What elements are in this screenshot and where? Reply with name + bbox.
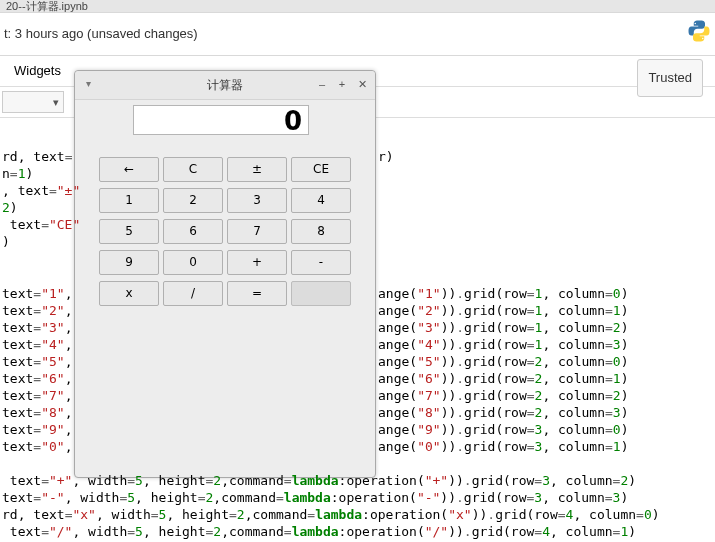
calc-button--[interactable]: -	[291, 250, 351, 275]
autosave-status-row: t: 3 hours ago (unsaved changes)	[0, 13, 715, 56]
code-line: text="1",	[2, 285, 72, 302]
code-line: ange("7")).grid(row=2, column=2)	[378, 387, 629, 404]
calculator-window: ▾ 计算器 – + ✕ 0 ←C±CE1234567890+-x/=	[74, 70, 376, 478]
calc-button-1[interactable]: 1	[99, 188, 159, 213]
code-line: text="3",	[2, 319, 72, 336]
calc-row: 5678	[99, 219, 351, 244]
code-line: ange("1")).grid(row=1, column=0)	[378, 285, 629, 302]
calculator-title: 计算器	[207, 78, 243, 92]
code-line: r)	[378, 148, 394, 165]
code-line: )	[2, 233, 10, 250]
code-line: ange("4")).grid(row=1, column=3)	[378, 336, 629, 353]
code-line: text="2",	[2, 302, 72, 319]
code-line: text="-", width=5, height=2,command=lamb…	[2, 489, 628, 506]
python-logo-icon	[687, 19, 711, 43]
calculator-titlebar[interactable]: ▾ 计算器 – + ✕	[75, 71, 375, 100]
code-line: ange("2")).grid(row=1, column=1)	[378, 302, 629, 319]
calc-row: ←C±CE	[99, 157, 351, 182]
calc-button-empty	[291, 281, 351, 306]
calculator-keypad: ←C±CE1234567890+-x/=	[99, 157, 351, 312]
calc-button-8[interactable]: 8	[291, 219, 351, 244]
minimize-icon[interactable]: –	[315, 77, 329, 91]
browser-tab: 20--计算器.ipynb	[0, 0, 715, 12]
calc-button-CE[interactable]: CE	[291, 157, 351, 182]
display-value: 0	[284, 106, 302, 136]
calc-button-=[interactable]: =	[227, 281, 287, 306]
code-line: text="5",	[2, 353, 72, 370]
code-line: text="9",	[2, 421, 72, 438]
close-icon[interactable]: ✕	[355, 77, 369, 91]
tab-label: 20--计算器.ipynb	[6, 0, 88, 12]
code-line: 2)	[2, 199, 18, 216]
code-line: ange("6")).grid(row=2, column=1)	[378, 370, 629, 387]
code-line: text="4",	[2, 336, 72, 353]
calc-row: x/=	[99, 281, 351, 306]
calc-button-x[interactable]: x	[99, 281, 159, 306]
calc-button-0[interactable]: 0	[163, 250, 223, 275]
calc-button-5[interactable]: 5	[99, 219, 159, 244]
code-line: ange("5")).grid(row=2, column=0)	[378, 353, 629, 370]
code-line: n=1)	[2, 165, 33, 182]
code-line: text="CE"	[2, 216, 80, 233]
code-line: text="6",	[2, 370, 72, 387]
app-icon: ▾	[81, 77, 95, 91]
calc-button-3[interactable]: 3	[227, 188, 287, 213]
calc-button-±[interactable]: ±	[227, 157, 287, 182]
calc-button-6[interactable]: 6	[163, 219, 223, 244]
code-line: , text="±"	[2, 182, 80, 199]
calc-button-7[interactable]: 7	[227, 219, 287, 244]
code-line: ange("9")).grid(row=3, column=0)	[378, 421, 629, 438]
cell-type-select[interactable]	[2, 91, 64, 113]
menu-widgets[interactable]: Widgets	[14, 63, 61, 78]
calculator-display: 0	[133, 105, 309, 135]
trusted-label: Trusted	[648, 70, 692, 85]
code-line: ange("0")).grid(row=3, column=1)	[378, 438, 629, 455]
calc-button-9[interactable]: 9	[99, 250, 159, 275]
code-line: text="7",	[2, 387, 72, 404]
code-line: rd, text=	[2, 148, 72, 165]
code-line: ange("8")).grid(row=2, column=3)	[378, 404, 629, 421]
code-line: text="+", width=5, height=2,command=lamb…	[2, 472, 636, 489]
calc-button-+[interactable]: +	[227, 250, 287, 275]
calc-button-C[interactable]: C	[163, 157, 223, 182]
code-line: text="0",	[2, 438, 72, 455]
calc-button-/[interactable]: /	[163, 281, 223, 306]
code-line: ange("3")).grid(row=1, column=2)	[378, 319, 629, 336]
calc-row: 90+-	[99, 250, 351, 275]
calc-button-2[interactable]: 2	[163, 188, 223, 213]
code-line: text="8",	[2, 404, 72, 421]
calc-button-←[interactable]: ←	[99, 157, 159, 182]
code-line: rd, text="x", width=5, height=2,command=…	[2, 506, 660, 523]
calc-button-4[interactable]: 4	[291, 188, 351, 213]
calc-row: 1234	[99, 188, 351, 213]
code-line: text="/", width=5, height=2,command=lamb…	[2, 523, 636, 540]
maximize-icon[interactable]: +	[335, 77, 349, 91]
autosave-status: t: 3 hours ago (unsaved changes)	[4, 26, 198, 41]
